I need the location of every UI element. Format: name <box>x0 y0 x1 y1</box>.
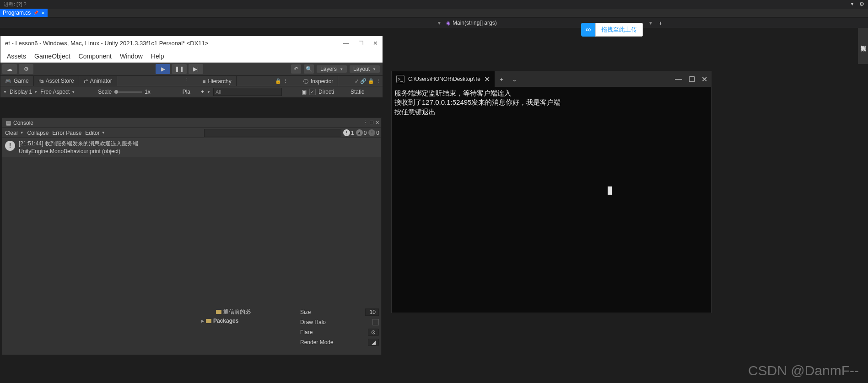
console-tab[interactable]: ▤Console <box>2 118 37 128</box>
terminal-newtab-button[interactable]: + <box>495 76 508 83</box>
menu-window[interactable]: Window <box>120 53 143 60</box>
terminal-tab[interactable]: >_ C:\Users\HONOR\Desktop\Te ✕ <box>392 71 495 87</box>
hierarchy-search-input[interactable] <box>213 88 282 96</box>
rendermode-label: Render Mode <box>300 339 334 346</box>
tab-animator-label: Animator <box>90 78 112 84</box>
menu-help[interactable]: Help <box>151 53 164 60</box>
menu-component[interactable]: Component <box>79 53 112 60</box>
top-gear-icon[interactable]: ⚙ <box>859 1 864 7</box>
terminal-tab-title: C:\Users\HONOR\Desktop\Te <box>408 76 480 82</box>
play-icon: ▶ <box>161 66 165 72</box>
panel-menu-icon[interactable]: ⋮ <box>184 76 189 82</box>
hierarchy-packages[interactable]: ▶Packages <box>198 316 297 325</box>
tab-hierarchy[interactable]: ≡Hierarchy <box>198 76 237 87</box>
settings-button[interactable]: ⚙ <box>19 64 33 74</box>
terminal-window: >_ C:\Users\HONOR\Desktop\Te ✕ + ⌄ — ☐ ✕… <box>391 71 712 313</box>
rendermode-dropdown[interactable]: ◢ <box>368 339 379 346</box>
unity-minimize-button[interactable]: — <box>343 40 349 47</box>
inspector-expand-icon[interactable]: ⤢ <box>355 78 359 84</box>
menu-assets[interactable]: Assets <box>7 53 26 60</box>
term-line-1: 服务端绑定监听结束，等待客户端连入 <box>394 89 511 97</box>
chevron-down-icon[interactable]: ▼ <box>3 90 7 94</box>
play-button[interactable]: ▶ <box>156 64 170 74</box>
pause-button[interactable]: ❚❚ <box>172 64 187 74</box>
warn-count-badge[interactable]: ▲0 <box>356 129 367 136</box>
tab-inspector-label: Inspector <box>311 78 333 85</box>
editor-dropdown[interactable]: Editor▼ <box>85 130 105 136</box>
search-icon: 🔍 <box>306 66 313 72</box>
animator-icon: ⇄ <box>84 78 88 84</box>
step-icon: ▶| <box>193 66 199 72</box>
scale-value: 1x <box>145 89 151 95</box>
console-close-icon[interactable]: ✕ <box>375 120 379 126</box>
tab-inspector[interactable]: ⓘInspector <box>299 76 338 87</box>
menu-gameobject[interactable]: GameObject <box>34 53 70 60</box>
close-tab-icon[interactable]: ✕ <box>41 11 45 16</box>
layers-dropdown[interactable]: Layers▼ <box>317 65 347 73</box>
upload-label: 拖拽至此上传 <box>595 23 643 37</box>
top-dropdown-icon[interactable]: ▼ <box>850 2 854 6</box>
terminal-minimize-button[interactable]: — <box>675 75 682 83</box>
search-button[interactable]: 🔍 <box>304 64 314 74</box>
terminal-tab-close-icon[interactable]: ✕ <box>484 75 490 84</box>
file-tab-bar: Program.cs 📌 ✕ <box>0 9 868 17</box>
warn-count: 0 <box>364 130 367 136</box>
console-search-input[interactable] <box>204 129 341 137</box>
upload-drop-target[interactable]: ∞ 拖拽至此上传 <box>581 23 643 37</box>
layers-label: Layers <box>320 66 337 72</box>
crumb-dropdown-right[interactable]: ▼ <box>648 21 653 26</box>
flare-picker[interactable]: ⊙ <box>368 329 379 336</box>
errorpause-button[interactable]: Error Pause <box>52 130 81 136</box>
error-icon: ! <box>368 129 375 136</box>
folder-icon <box>206 319 211 323</box>
undo-button[interactable]: ↶ <box>291 64 301 74</box>
breadcrumb-bar: ▼ ◉ Main(string[] args) ▼ + <box>0 18 868 28</box>
collapse-button[interactable]: Collapse <box>27 130 49 136</box>
log-line-2: UnityEngine.MonoBehaviour:print (object) <box>19 148 138 155</box>
size-field[interactable]: 10 <box>365 309 379 316</box>
hierarchy-icon: ≡ <box>203 79 205 84</box>
hierarchy-lock-icon[interactable]: 🔒 <box>275 78 281 84</box>
cloud-button[interactable]: ☁ <box>2 64 17 74</box>
inspector-menu-icon[interactable]: ⋮ <box>376 78 381 84</box>
static-label[interactable]: Static <box>350 89 364 95</box>
terminal-maximize-button[interactable]: ☐ <box>689 75 695 84</box>
flare-label: Flare <box>300 329 313 335</box>
error-count-badge[interactable]: !0 <box>368 129 379 136</box>
inspector-link-icon[interactable]: 🔗 <box>360 78 367 84</box>
tab-assetstore[interactable]: 🛍Asset Store <box>34 76 79 86</box>
aspect-selector[interactable]: Free Aspect▼ <box>40 89 75 95</box>
display-selector[interactable]: Display 1▼ <box>10 89 38 95</box>
tab-assetstore-label: Asset Store <box>46 78 74 84</box>
tab-animator[interactable]: ⇄Animator <box>79 76 117 86</box>
tab-game[interactable]: 🎮Game <box>0 76 34 86</box>
pin-icon[interactable]: 📌 <box>33 11 38 15</box>
scale-knob[interactable] <box>114 90 118 94</box>
inspector-lock-icon[interactable]: 🔒 <box>368 78 374 84</box>
console-maximize-icon[interactable]: ☐ <box>369 120 374 126</box>
terminal-body[interactable]: 服务端绑定监听结束，等待客户端连入 接收到了127.0.0.1:52495发来的… <box>392 87 711 313</box>
scale-slider[interactable] <box>114 91 142 93</box>
step-button[interactable]: ▶| <box>189 64 203 74</box>
crumb-dropdown-left[interactable]: ▼ <box>437 21 442 26</box>
unity-close-button[interactable]: ✕ <box>373 40 378 47</box>
file-tab-program[interactable]: Program.cs 📌 ✕ <box>0 9 48 17</box>
console-menu-icon[interactable]: ⋮ <box>363 120 368 126</box>
hierarchy-add-button[interactable]: + <box>201 89 204 95</box>
hierarchy-item[interactable]: 通信前的必 <box>198 307 297 316</box>
clear-button[interactable]: Clear▼ <box>5 130 24 136</box>
terminal-close-button[interactable]: ✕ <box>701 75 707 84</box>
layout-dropdown[interactable]: Layout▼ <box>350 65 380 73</box>
hierarchy-menu-icon[interactable]: ⋮ <box>283 78 288 84</box>
unity-maximize-button[interactable]: ☐ <box>358 40 364 47</box>
terminal-cursor <box>608 186 612 195</box>
crumb-plus-icon[interactable]: + <box>658 20 662 27</box>
terminal-dropdown-button[interactable]: ⌄ <box>508 76 521 83</box>
active-checkbox[interactable]: ✓ <box>309 89 316 95</box>
info-count-badge[interactable]: !1 <box>343 129 354 136</box>
method-selector[interactable]: ◉ Main(string[] args) <box>446 20 497 26</box>
pla-label: Pla <box>183 89 190 95</box>
drawhalo-checkbox[interactable] <box>372 319 379 325</box>
folder-icon <box>216 310 221 314</box>
log-entry[interactable]: ! [21:51:44] 收到服务端发来的消息欢迎连入服务端 UnityEngi… <box>2 138 381 157</box>
